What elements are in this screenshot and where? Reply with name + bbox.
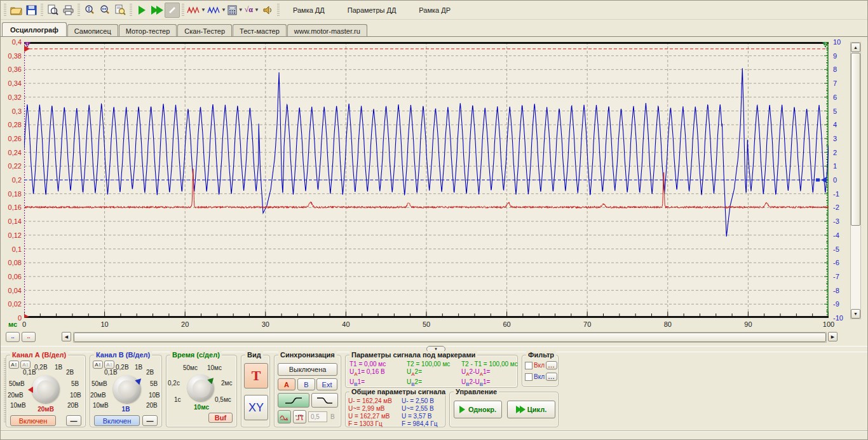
x-tick-label: 60 xyxy=(503,320,510,328)
x-tick-label: 10 xyxy=(100,320,108,328)
buf-button[interactable]: Buf xyxy=(208,413,233,423)
sync-mode-level-button[interactable] xyxy=(293,410,306,423)
sound-icon[interactable] xyxy=(260,3,275,18)
toolbar-gripper[interactable] xyxy=(182,4,184,17)
menu-ramka-dr[interactable]: Рамка ДР xyxy=(416,5,453,15)
y-left-tick-label: 0,38 xyxy=(1,52,22,60)
y-right-tick-label: 3 xyxy=(833,135,850,142)
calculator-icon[interactable]: ▼ xyxy=(227,3,244,18)
control-title: Управление xyxy=(454,388,499,395)
x-tick-label: 90 xyxy=(744,320,752,328)
tab-test-master[interactable]: Тест-мастер xyxy=(233,24,287,37)
signal-blue-icon[interactable]: ▼ xyxy=(207,3,227,18)
marker-a-button[interactable]: .. xyxy=(6,332,20,342)
tab-recorder[interactable]: Самописец xyxy=(67,24,118,37)
filter-a-checkbox[interactable] xyxy=(525,362,532,369)
channel-a-knob-field: 0,1В 0,2В 1В 2В 5В 10В 20В 10мВ 20мВ 50м… xyxy=(6,364,85,416)
sync-title: Синхронизация xyxy=(278,351,337,359)
vertical-scroll-thumb[interactable] xyxy=(851,53,860,226)
menu-ramka-dd[interactable]: Рамка ДД xyxy=(290,5,327,15)
dropdown-caret-icon[interactable]: ▼ xyxy=(254,7,259,13)
x-axis-unit-label: мс xyxy=(8,320,17,328)
y-right-tick-label: 5 xyxy=(833,107,850,115)
toolbar-gripper[interactable] xyxy=(41,4,43,17)
zoom-vertical-icon[interactable] xyxy=(82,3,97,18)
sqrt-alpha-icon[interactable]: √α ▼ xyxy=(244,3,260,18)
toolbar-gripper[interactable] xyxy=(4,4,6,17)
channel-a-power-button[interactable]: Включен xyxy=(10,415,56,426)
y-right-tick-label: -9 xyxy=(833,300,850,308)
totals-col-b: U- = 2,50 В U~= 2,55 В U = 3,57 В F = 98… xyxy=(402,397,437,428)
signal-red-icon[interactable]: ▼ xyxy=(186,3,207,18)
channel-b-minus-button[interactable]: — xyxy=(142,415,158,426)
tab-oscillograph[interactable]: Осциллограф xyxy=(2,22,67,36)
filter-b-checkbox[interactable] xyxy=(525,373,532,381)
control-panel: Управление Однокр. Цикл. xyxy=(449,392,559,427)
y-left-tick-label: 0,24 xyxy=(1,149,22,156)
sync-off-button[interactable]: Выключена xyxy=(278,363,337,376)
toolbar-gripper[interactable] xyxy=(130,4,132,17)
x-tick-label: 20 xyxy=(181,320,189,328)
y-right-tick-label: 0 xyxy=(833,176,850,184)
plot-area[interactable]: 12 xyxy=(24,42,829,318)
sync-source-a-button[interactable]: А xyxy=(278,378,295,390)
channel-b-knob-field: 0,1В 0,2В 1В 2В 5В 10В 20В 10мВ 20мВ 50м… xyxy=(90,364,161,416)
y-right-tick-label: -7 xyxy=(833,273,850,280)
horizontal-scroll-thumb[interactable] xyxy=(74,333,826,342)
single-run-button[interactable]: Однокр. xyxy=(454,401,502,418)
scroll-up-button[interactable]: ▲ xyxy=(851,43,860,52)
sync-level-input[interactable] xyxy=(308,411,327,422)
sync-source-b-button[interactable]: B xyxy=(297,378,315,390)
filter-a-more-button[interactable]: ... xyxy=(546,361,557,369)
filter-row-b: Вкл ... xyxy=(525,373,557,381)
y-left-tick-label: 0,18 xyxy=(1,190,22,198)
open-icon[interactable] xyxy=(8,3,24,18)
sync-falling-edge-button[interactable] xyxy=(311,393,338,408)
filter-b-more-button[interactable]: ... xyxy=(546,373,557,381)
tab-website[interactable]: www.motor-master.ru xyxy=(287,24,367,37)
edit-icon[interactable] xyxy=(165,3,180,18)
waveform-plot[interactable]: 12 xyxy=(24,42,829,318)
toolbar-gripper[interactable] xyxy=(277,4,280,17)
run-cycle-icon[interactable] xyxy=(149,3,165,18)
x-axis-labels: 0102030405060708090100 xyxy=(24,319,829,331)
cycle-run-button[interactable]: Цикл. xyxy=(507,401,555,418)
dropdown-caret-icon[interactable]: ▼ xyxy=(238,7,243,13)
dropdown-caret-icon[interactable]: ▼ xyxy=(201,7,206,13)
print-preview-icon[interactable] xyxy=(45,3,60,18)
y-right-tick-label: 10 xyxy=(833,38,850,46)
report-search-icon[interactable] xyxy=(112,3,128,18)
scroll-down-button[interactable]: ▼ xyxy=(851,309,860,319)
control-panel-row: Канал А (В/дел) A↕ A↕ 0,1В 0,2В 1В 2В 5В… xyxy=(1,352,867,430)
channel-a-range-knob[interactable] xyxy=(32,375,60,403)
channel-b-power-button[interactable]: Включен xyxy=(94,415,140,426)
toolbar-gripper[interactable] xyxy=(78,4,80,17)
dropdown-caret-icon[interactable]: ▼ xyxy=(221,7,226,13)
y-left-tick-label: 0,02 xyxy=(1,300,22,308)
sync-source-ext-button[interactable]: Ext xyxy=(316,378,337,390)
y-left-tick-label: 0,36 xyxy=(1,65,22,73)
view-xy-button[interactable]: XY xyxy=(244,395,268,420)
horizontal-scroll-track[interactable] xyxy=(73,332,827,343)
y-right-tick-label: -8 xyxy=(833,287,850,294)
scroll-right-button[interactable]: ▶ xyxy=(828,332,837,341)
marker-b-button[interactable]: .. xyxy=(22,332,36,342)
scroll-left-button[interactable]: ◀ xyxy=(62,332,71,341)
channel-a-minus-button[interactable]: — xyxy=(66,415,81,426)
view-t-button[interactable]: Т xyxy=(244,363,268,388)
sync-mode-wave-button[interactable] xyxy=(278,410,291,423)
main-toolbar: ▼ ▼ ▼ √α ▼ Рамка ДД Параметры ДД Рамка Д… xyxy=(1,1,867,20)
run-icon[interactable] xyxy=(134,3,149,18)
y-right-tick-label: 2 xyxy=(833,149,850,156)
print-icon[interactable] xyxy=(60,3,76,18)
sync-rising-edge-button[interactable] xyxy=(278,393,309,408)
vertical-scrollbar[interactable]: ▲ ▼ xyxy=(850,42,861,319)
zoom-horizontal-icon[interactable] xyxy=(97,3,112,18)
menu-parametry-dd[interactable]: Параметры ДД xyxy=(345,5,399,15)
y-left-tick-label: 0,3 xyxy=(1,107,22,115)
tab-scan-tester[interactable]: Скан-Тестер xyxy=(177,24,232,37)
y-right-tick-label: -1 xyxy=(833,190,850,198)
y-left-tick-label: 0,34 xyxy=(1,79,22,87)
save-icon[interactable] xyxy=(24,3,39,18)
tab-motor-tester[interactable]: Мотор-тестер xyxy=(119,24,177,37)
